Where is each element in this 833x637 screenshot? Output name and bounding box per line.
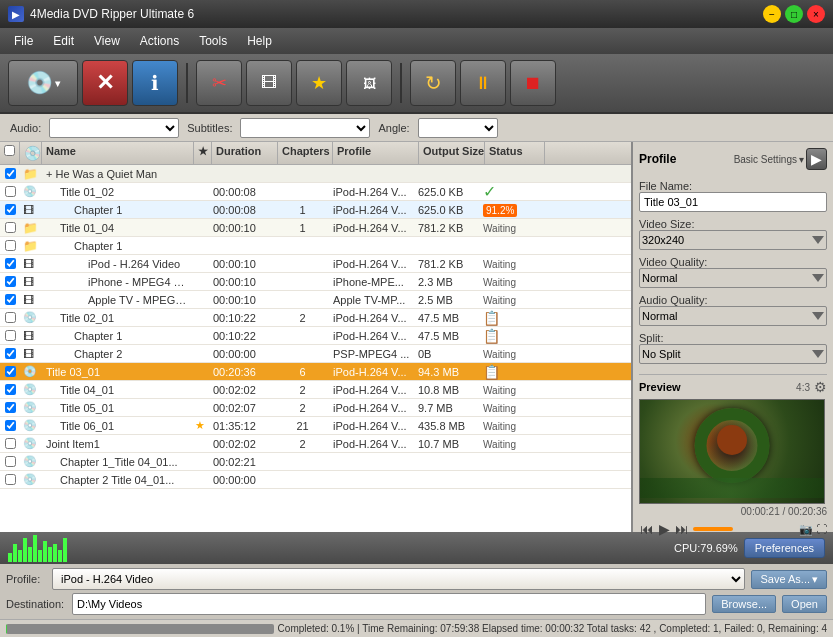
row-checkbox[interactable] (5, 474, 16, 485)
volume-slider[interactable] (693, 527, 733, 531)
table-row[interactable]: 💿Title 04_0100:02:022iPod-H.264 V...10.8… (0, 381, 631, 399)
split-select[interactable]: No Split (639, 344, 827, 364)
effect-button[interactable]: 🎞 (246, 60, 292, 106)
row-checkbox[interactable] (5, 420, 16, 431)
maximize-button[interactable]: □ (785, 5, 803, 23)
col-check (0, 142, 20, 164)
row-checkbox[interactable] (5, 204, 16, 215)
row-checkbox[interactable] (5, 456, 16, 467)
row-star (192, 461, 210, 463)
col-output-hdr[interactable]: Output Size (419, 142, 485, 164)
row-checkbox[interactable] (5, 438, 16, 449)
row-output-size: 10.8 MB (415, 383, 480, 397)
col-duration-hdr[interactable]: Duration (212, 142, 278, 164)
menu-tools[interactable]: Tools (189, 31, 237, 51)
table-row[interactable]: 💿Title 06_01★01:35:1221iPod-H.264 V...43… (0, 417, 631, 435)
table-row[interactable]: 📁Chapter 1 (0, 237, 631, 255)
destination-input[interactable] (72, 593, 706, 615)
prev-fwd-button[interactable]: ⏭ (674, 521, 690, 537)
row-checkbox[interactable] (5, 168, 16, 179)
fullscreen-icon[interactable]: ⛶ (816, 523, 827, 535)
row-star (192, 281, 210, 283)
row-duration: 00:00:10 (210, 221, 275, 235)
check-all[interactable] (4, 145, 15, 156)
video-quality-select[interactable]: Normal (639, 268, 827, 288)
menu-edit[interactable]: Edit (43, 31, 84, 51)
browse-button[interactable]: Browse... (712, 595, 776, 613)
stop-button[interactable]: ⏹ (510, 60, 556, 106)
table-row[interactable]: 💿Joint Item100:02:022iPod-H.264 V...10.7… (0, 435, 631, 453)
settings-dropdown-icon[interactable]: ▾ (799, 154, 804, 165)
table-row[interactable]: 🎞iPod - H.264 Video00:00:10iPod-H.264 V.… (0, 255, 631, 273)
pause-button[interactable]: ⏸ (460, 60, 506, 106)
row-checkbox[interactable] (5, 240, 16, 251)
row-duration: 00:00:00 (210, 347, 275, 361)
save-as-button[interactable]: Save As... ▾ (751, 570, 827, 589)
table-row[interactable]: 🎞Chapter 200:00:00PSP-MPEG4 ...0BWaiting (0, 345, 631, 363)
table-row[interactable]: 💿Title 02_0100:10:222iPod-H.264 V...47.5… (0, 309, 631, 327)
menu-help[interactable]: Help (237, 31, 282, 51)
snapshot-button[interactable]: ★ (296, 60, 342, 106)
row-star (192, 335, 210, 337)
row-checkbox[interactable] (5, 294, 16, 305)
menu-file[interactable]: File (4, 31, 43, 51)
row-checkbox[interactable] (5, 384, 16, 395)
table-row[interactable]: 🎞iPhone - MPEG4 Video ...00:00:10iPhone-… (0, 273, 631, 291)
profile-combo[interactable]: iPod - H.264 Video (52, 568, 745, 590)
col-chapters-hdr[interactable]: Chapters (278, 142, 333, 164)
row-checkbox[interactable] (5, 348, 16, 359)
close-button[interactable]: × (807, 5, 825, 23)
table-row[interactable]: 💿Title 05_0100:02:072iPod-H.264 V...9.7 … (0, 399, 631, 417)
file-name-field: File Name: (639, 178, 827, 212)
table-row[interactable]: 🎞Apple TV - MPEG4 Video00:00:10Apple TV-… (0, 291, 631, 309)
col-status-hdr[interactable]: Status (485, 142, 545, 164)
angle-select[interactable] (418, 118, 498, 138)
table-row[interactable]: 💿Title 03_0100:20:366iPod-H.264 V...94.3… (0, 363, 631, 381)
table-row[interactable]: 🎞Chapter 100:10:22iPod-H.264 V...47.5 MB… (0, 327, 631, 345)
remove-button[interactable]: ✕ (82, 60, 128, 106)
col-name-hdr[interactable]: Name (42, 142, 194, 164)
profile-bottom-label: Profile: (6, 573, 46, 585)
table-row[interactable]: 💿Chapter 2 Title 04_01...00:00:00 (0, 471, 631, 489)
row-checkbox[interactable] (5, 402, 16, 413)
basic-settings-control[interactable]: Basic Settings ▾ ▶ (734, 148, 827, 170)
row-output-size (415, 479, 480, 481)
screenshot-icon[interactable]: 📷 (799, 523, 813, 536)
row-checkbox[interactable] (5, 186, 16, 197)
row-checkbox[interactable] (5, 276, 16, 287)
row-checkbox[interactable] (5, 366, 16, 377)
info-button[interactable]: ℹ (132, 60, 178, 106)
table-row[interactable]: 💿Chapter 1_Title 04_01...00:02:21 (0, 453, 631, 471)
preferences-button[interactable]: Preferences (744, 538, 825, 558)
audio-quality-select[interactable]: Normal (639, 306, 827, 326)
dvd-load-button[interactable]: 💿 ▾ (8, 60, 78, 106)
table-row[interactable]: 💿Title 01_0200:00:08iPod-H.264 V...625.0… (0, 183, 631, 201)
play-button[interactable]: ▶ (658, 521, 671, 537)
col-profile-hdr[interactable]: Profile (333, 142, 419, 164)
trim-button[interactable]: ✂ (196, 60, 242, 106)
table-row[interactable]: 📁Title 01_0400:00:101iPod-H.264 V...781.… (0, 219, 631, 237)
row-star (192, 371, 210, 373)
minimize-button[interactable]: − (763, 5, 781, 23)
row-checkbox[interactable] (5, 312, 16, 323)
row-checkbox[interactable] (5, 222, 16, 233)
refresh-button[interactable]: ↻ (410, 60, 456, 106)
table-row[interactable]: 🎞Chapter 100:00:081iPod-H.264 V...625.0 … (0, 201, 631, 219)
subtitles-select[interactable] (240, 118, 370, 138)
menu-view[interactable]: View (84, 31, 130, 51)
expand-panel-button[interactable]: ▶ (806, 148, 827, 170)
prev-back-button[interactable]: ⏮ (639, 521, 655, 537)
audio-select[interactable] (49, 118, 179, 138)
save-dropdown-icon[interactable]: ▾ (812, 573, 818, 586)
watermark-button[interactable]: 🖼 (346, 60, 392, 106)
row-duration: 01:35:12 (210, 419, 275, 433)
file-list-body[interactable]: 📁+ He Was a Quiet Man💿Title 01_0200:00:0… (0, 165, 631, 532)
menu-actions[interactable]: Actions (130, 31, 189, 51)
video-quality-field: Video Quality: Normal (639, 254, 827, 288)
video-size-select[interactable]: 320x240 (639, 230, 827, 250)
open-button[interactable]: Open (782, 595, 827, 613)
row-checkbox[interactable] (5, 258, 16, 269)
preview-settings-icon[interactable]: ⚙ (814, 379, 827, 395)
file-name-input[interactable] (639, 192, 827, 212)
row-checkbox[interactable] (5, 330, 16, 341)
